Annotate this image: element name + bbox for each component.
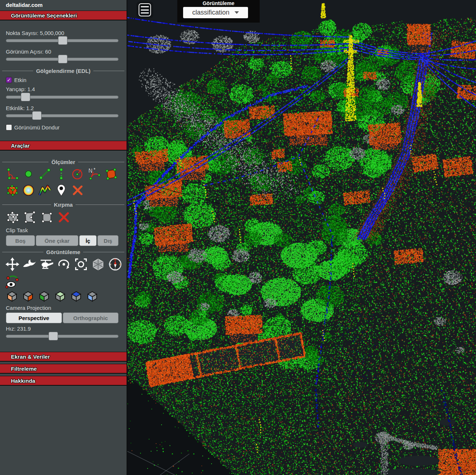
- cube-left-view-icon[interactable]: [5, 290, 19, 303]
- attribute-panel: Görüntüleme classification: [177, 0, 260, 23]
- clip-polygon-icon[interactable]: [22, 210, 37, 225]
- height-profile-icon[interactable]: [38, 183, 52, 197]
- measurement-toolbar-row2: [0, 183, 127, 197]
- point-measurement-icon[interactable]: [22, 167, 35, 181]
- point-cloud-canvas[interactable]: [127, 0, 476, 475]
- edl-strength-label: Etkinlik: 1.2: [0, 105, 127, 111]
- lidar-viewer-app: deltalidar.com Görüntüleme Seçenekleri N…: [0, 0, 476, 475]
- svg-text:W: W: [109, 263, 111, 266]
- accordion-display-options[interactable]: Görüntüleme Seçenekleri: [0, 11, 127, 20]
- svg-text:°: °: [94, 167, 95, 172]
- freeze-view-label: Görünümü Dondur: [14, 124, 59, 131]
- compass-icon[interactable]: N E S W: [108, 257, 123, 272]
- measurements-legend: Ölçümler: [0, 159, 127, 165]
- svg-text:E: E: [119, 263, 121, 266]
- angle-measurement-icon[interactable]: [5, 167, 19, 181]
- accordion-filtering[interactable]: Filtreleme: [0, 364, 127, 374]
- speed-slider-handle[interactable]: [49, 332, 58, 340]
- edl-radius-slider-handle[interactable]: [21, 93, 30, 101]
- accordion-about[interactable]: Hakkında: [0, 376, 127, 386]
- helicopter-icon[interactable]: [39, 257, 54, 272]
- camera-projection-label: Camera Projection: [0, 305, 127, 311]
- circle-measurement-icon[interactable]: [71, 167, 85, 181]
- edl-radius-label: Yarıçap: 1.4: [0, 86, 127, 92]
- speed-label: Hız: 231.9: [0, 326, 127, 332]
- navigation-toolbar-row1: N E S W: [0, 257, 127, 272]
- edl-radius-slider[interactable]: [6, 96, 119, 99]
- flight-icon[interactable]: [22, 257, 37, 272]
- fov-label: Görünüm Açısı: 60: [0, 48, 127, 55]
- sphere-distances-icon[interactable]: [22, 183, 35, 197]
- attribute-panel-label: Görüntüleme: [177, 0, 260, 6]
- clip-task-none-button[interactable]: Boş: [6, 235, 35, 246]
- orbit-icon[interactable]: [57, 257, 71, 272]
- projection-buttons: Perspective Orthographic: [6, 312, 119, 323]
- clip-task-highlight-button[interactable]: Öne çıkar: [36, 235, 78, 246]
- camera-animation-icon[interactable]: [5, 274, 20, 289]
- volume-measurement-icon[interactable]: [5, 183, 19, 197]
- chevron-down-icon: [235, 11, 239, 14]
- freeze-view-row: Görünümü Dondur: [0, 124, 127, 131]
- remove-all-measurements-icon[interactable]: [71, 183, 85, 197]
- freeze-view-checkbox[interactable]: [6, 124, 12, 131]
- edl-enabled-checkbox[interactable]: ✓: [6, 77, 12, 83]
- svg-text:N: N: [114, 258, 116, 261]
- measurement-toolbar-row1: N °: [0, 167, 127, 181]
- pan-icon[interactable]: [5, 257, 20, 272]
- clip-volume-icon[interactable]: [5, 210, 20, 225]
- point-count-slider-handle[interactable]: [58, 36, 67, 45]
- viewer: Görüntüleme classification: [127, 0, 476, 475]
- clip-toolbar: [0, 210, 127, 225]
- height-measurement-icon[interactable]: [54, 167, 68, 181]
- focus-icon[interactable]: [74, 257, 88, 272]
- clipping-legend: Kırpma: [0, 202, 127, 208]
- area-measurement-icon[interactable]: [104, 167, 117, 181]
- clip-task-buttons: Boş Öne çıkar İç Dış: [6, 235, 119, 246]
- point-count-slider[interactable]: [6, 39, 119, 42]
- distance-measurement-icon[interactable]: [38, 167, 52, 181]
- edl-strength-slider[interactable]: [6, 114, 119, 117]
- edl-legend: Gölgelendirme (EDL): [0, 68, 127, 74]
- attribute-dropdown[interactable]: classification: [183, 7, 248, 18]
- cube-bottom-view-icon[interactable]: [85, 290, 99, 303]
- edl-strength-slider-handle[interactable]: [32, 111, 42, 120]
- navigation-toolbar-row2: [0, 274, 127, 289]
- clip-task-label: Clip Task: [0, 227, 127, 233]
- remove-all-clips-icon[interactable]: [57, 210, 71, 225]
- azimuth-measurement-icon[interactable]: N °: [87, 167, 101, 181]
- cube-front-view-icon[interactable]: [37, 290, 51, 303]
- accordion-screen-data[interactable]: Ekran & Veriler: [0, 352, 127, 362]
- cube-top-view-icon[interactable]: [69, 290, 83, 303]
- projection-perspective-button[interactable]: Perspective: [6, 312, 62, 323]
- projection-orthographic-button[interactable]: Orthographic: [63, 312, 119, 323]
- svg-text:N: N: [88, 168, 92, 174]
- menu-toggle-button[interactable]: [136, 1, 153, 18]
- attribute-dropdown-value: classification: [192, 9, 229, 16]
- annotation-icon[interactable]: [54, 183, 68, 197]
- navigation-legend: Görüntüleme: [0, 249, 127, 255]
- site-title: deltalidar.com: [0, 0, 127, 8]
- sidebar: deltalidar.com Görüntüleme Seçenekleri N…: [0, 0, 127, 475]
- accordion-tools[interactable]: Araçlar: [0, 141, 127, 151]
- cube-right-view-icon[interactable]: [21, 290, 35, 303]
- clip-screen-box-icon[interactable]: [39, 210, 54, 225]
- clip-task-inside-button[interactable]: İç: [79, 235, 97, 246]
- clip-task-outside-button[interactable]: Dış: [97, 235, 119, 246]
- edl-enabled-row: ✓ Etkin: [0, 77, 127, 83]
- hamburger-icon: [139, 3, 151, 16]
- fov-slider[interactable]: [6, 58, 119, 61]
- view-cube-toolbar: [0, 290, 127, 303]
- edl-enabled-label: Etkin: [14, 77, 26, 83]
- svg-text:S: S: [114, 268, 116, 271]
- full-extent-icon[interactable]: [91, 257, 105, 272]
- fov-slider-handle[interactable]: [58, 55, 67, 63]
- speed-slider[interactable]: [6, 335, 119, 338]
- point-count-label: Nokta Sayısı: 5,000,000: [0, 30, 127, 36]
- cube-back-view-icon[interactable]: [53, 290, 67, 303]
